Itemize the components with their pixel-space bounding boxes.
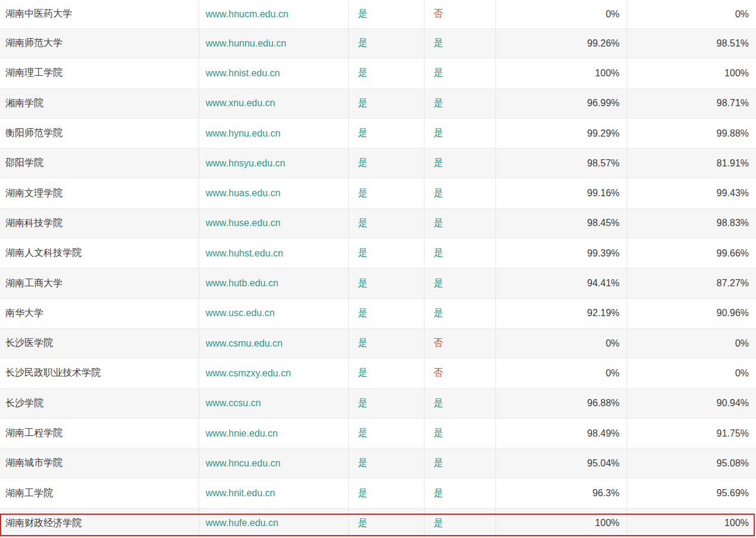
status-flag-2: 否 [425,358,496,388]
university-url-link[interactable]: www.huse.edu.cn [199,209,349,238]
table-row: 湘南学院 www.xnu.edu.cn 是 是 96.99% 98.71% [0,89,756,119]
university-url-link[interactable]: www.huas.edu.cn [199,178,349,208]
table-row: 湖南人文科技学院 www.huhst.edu.cn 是 是 99.39% 99.… [0,239,756,268]
status-flag-2: 否 [425,329,496,358]
percent-value-1: 99.16% [496,178,627,208]
status-flag-1: 是 [349,299,425,328]
university-name: 湖南财政经济学院 [0,509,199,538]
university-name: 长沙学院 [0,389,199,418]
percent-value-2: 99.66% [627,239,756,268]
percent-value-1: 96.3% [496,478,627,508]
percent-value-1: 0% [496,358,627,388]
university-url-link[interactable]: www.hunnu.edu.cn [199,29,349,58]
status-flag-2: 是 [425,149,496,178]
percent-value-2: 98.71% [627,89,756,118]
university-url-link[interactable]: www.hynu.edu.cn [199,119,349,148]
university-url-link[interactable]: www.hnsyu.edu.cn [199,149,349,178]
percent-value-2: 95.08% [627,449,756,478]
university-name: 湖南理工学院 [0,58,199,88]
percent-value-1: 99.26% [496,29,627,58]
status-flag-2: 否 [425,0,496,28]
percent-value-2: 95.69% [627,478,756,508]
percent-value-1: 98.57% [496,149,627,178]
university-name: 长沙民政职业技术学院 [0,358,199,388]
status-flag-1: 是 [349,419,425,448]
university-url-link[interactable]: www.hnist.edu.cn [199,58,349,88]
table-row: 长沙学院 www.ccsu.cn 是 是 96.88% 90.94% [0,389,756,419]
percent-value-1: 0% [496,329,627,358]
percent-value-2: 99.88% [627,119,756,148]
percent-value-2: 0% [627,358,756,388]
status-flag-1: 是 [349,329,425,358]
percent-value-1: 100% [496,509,627,538]
percent-value-2: 98.83% [627,209,756,238]
status-flag-1: 是 [349,178,425,208]
table-row: 长沙医学院 www.csmu.edu.cn 是 否 0% 0% [0,329,756,358]
university-name: 湖南师范大学 [0,29,199,58]
status-flag-2: 是 [425,58,496,88]
university-url-link[interactable]: www.hnie.edu.cn [199,419,349,448]
university-url-link[interactable]: www.huhst.edu.cn [199,239,349,268]
university-name: 湖南人文科技学院 [0,239,199,268]
table-row: 湖南工学院 www.hnit.edu.cn 是 是 96.3% 95.69% [0,478,756,508]
status-flag-2: 是 [425,29,496,58]
university-url-link[interactable]: www.hncu.edu.cn [199,449,349,478]
status-flag-2: 是 [425,89,496,118]
status-flag-2: 是 [425,449,496,478]
university-url-link[interactable]: www.xnu.edu.cn [199,89,349,118]
status-flag-1: 是 [349,239,425,268]
university-name: 湘南学院 [0,89,199,118]
status-flag-2: 是 [425,119,496,148]
university-url-link[interactable]: www.csmu.edu.cn [199,329,349,358]
table-row-highlighted: 湖南财政经济学院 www.hufe.edu.cn 是 是 100% 100% [0,509,756,538]
status-flag-1: 是 [349,478,425,508]
university-name: 湖南工学院 [0,478,199,508]
university-name: 湖南城市学院 [0,449,199,478]
university-url-link[interactable]: www.hnucm.edu.cn [199,0,349,28]
status-flag-1: 是 [349,209,425,238]
status-flag-1: 是 [349,89,425,118]
percent-value-1: 95.04% [496,449,627,478]
university-url-link[interactable]: www.usc.edu.cn [199,299,349,328]
status-flag-1: 是 [349,449,425,478]
percent-value-1: 94.41% [496,268,627,298]
status-flag-2: 是 [425,209,496,238]
university-name: 湖南中医药大学 [0,0,199,28]
percent-value-1: 99.39% [496,239,627,268]
percent-value-1: 98.49% [496,419,627,448]
university-name: 湖南文理学院 [0,178,199,208]
status-flag-1: 是 [349,268,425,298]
percent-value-2: 100% [627,509,756,538]
status-flag-1: 是 [349,58,425,88]
university-name: 衡阳师范学院 [0,119,199,148]
percent-value-2: 91.75% [627,419,756,448]
university-url-link[interactable]: www.csmzxy.edu.cn [199,358,349,388]
status-flag-1: 是 [349,29,425,58]
status-flag-2: 是 [425,419,496,448]
university-url-link[interactable]: www.hnit.edu.cn [199,478,349,508]
table-row: 湖南科技学院 www.huse.edu.cn 是 是 98.45% 98.83% [0,209,756,239]
percent-value-1: 96.99% [496,89,627,118]
university-name: 南华大学 [0,299,199,328]
table-row: 湖南工商大学 www.hutb.edu.cn 是 是 94.41% 87.27% [0,268,756,298]
university-name: 邵阳学院 [0,149,199,178]
status-flag-2: 是 [425,478,496,508]
percent-value-2: 0% [627,329,756,358]
status-flag-2: 是 [425,178,496,208]
table-row: 湖南城市学院 www.hncu.edu.cn 是 是 95.04% 95.08% [0,449,756,478]
status-flag-2: 是 [425,509,496,538]
table-row: 衡阳师范学院 www.hynu.edu.cn 是 是 99.29% 99.88% [0,119,756,149]
percent-value-1: 96.88% [496,389,627,418]
status-flag-1: 是 [349,149,425,178]
status-flag-1: 是 [349,389,425,418]
university-url-link[interactable]: www.hutb.edu.cn [199,268,349,298]
table-row: 南华大学 www.usc.edu.cn 是 是 92.19% 90.96% [0,299,756,329]
percent-value-2: 81.91% [627,149,756,178]
status-flag-1: 是 [349,509,425,538]
university-url-link[interactable]: www.hufe.edu.cn [199,509,349,538]
percent-value-2: 98.51% [627,29,756,58]
table-row: 长沙民政职业技术学院 www.csmzxy.edu.cn 是 否 0% 0% [0,358,756,388]
university-compliance-table: 湖南中医药大学 www.hnucm.edu.cn 是 否 0% 0% 湖南师范大… [0,0,756,538]
percent-value-2: 100% [627,58,756,88]
university-url-link[interactable]: www.ccsu.cn [199,389,349,418]
